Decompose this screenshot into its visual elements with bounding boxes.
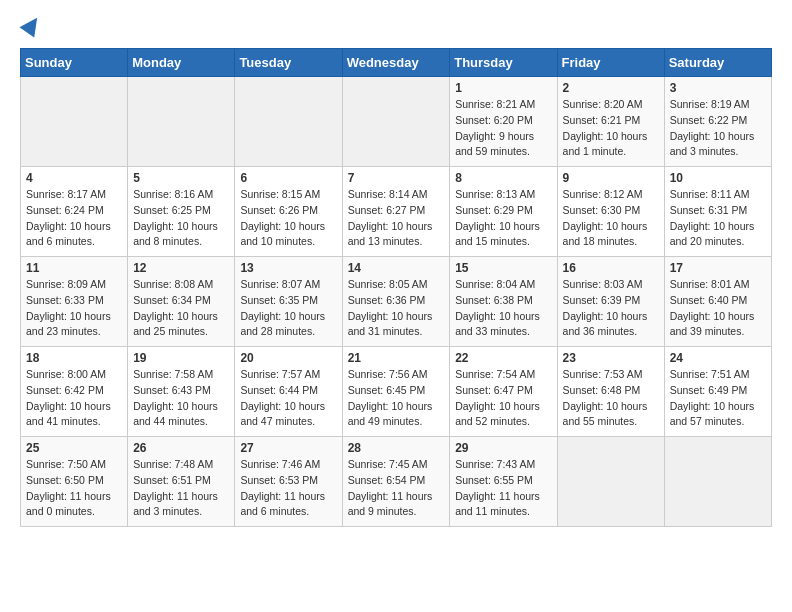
- day-number: 2: [563, 81, 659, 95]
- day-number: 18: [26, 351, 122, 365]
- day-info: Sunrise: 7:45 AM Sunset: 6:54 PM Dayligh…: [348, 457, 445, 520]
- day-info: Sunrise: 8:00 AM Sunset: 6:42 PM Dayligh…: [26, 367, 122, 430]
- calendar-cell: [557, 437, 664, 527]
- day-number: 23: [563, 351, 659, 365]
- calendar-cell: 3Sunrise: 8:19 AM Sunset: 6:22 PM Daylig…: [664, 77, 771, 167]
- day-info: Sunrise: 8:14 AM Sunset: 6:27 PM Dayligh…: [348, 187, 445, 250]
- calendar-cell: 18Sunrise: 8:00 AM Sunset: 6:42 PM Dayli…: [21, 347, 128, 437]
- day-info: Sunrise: 7:50 AM Sunset: 6:50 PM Dayligh…: [26, 457, 122, 520]
- logo-triangle-icon: [19, 12, 44, 37]
- day-info: Sunrise: 7:54 AM Sunset: 6:47 PM Dayligh…: [455, 367, 551, 430]
- calendar-cell: 19Sunrise: 7:58 AM Sunset: 6:43 PM Dayli…: [128, 347, 235, 437]
- calendar-table: SundayMondayTuesdayWednesdayThursdayFrid…: [20, 48, 772, 527]
- day-info: Sunrise: 8:09 AM Sunset: 6:33 PM Dayligh…: [26, 277, 122, 340]
- day-info: Sunrise: 8:20 AM Sunset: 6:21 PM Dayligh…: [563, 97, 659, 160]
- day-number: 15: [455, 261, 551, 275]
- day-info: Sunrise: 8:07 AM Sunset: 6:35 PM Dayligh…: [240, 277, 336, 340]
- calendar-week-row: 25Sunrise: 7:50 AM Sunset: 6:50 PM Dayli…: [21, 437, 772, 527]
- day-number: 11: [26, 261, 122, 275]
- day-number: 19: [133, 351, 229, 365]
- day-number: 22: [455, 351, 551, 365]
- calendar-cell: 25Sunrise: 7:50 AM Sunset: 6:50 PM Dayli…: [21, 437, 128, 527]
- weekday-header-wednesday: Wednesday: [342, 49, 450, 77]
- calendar-cell: 9Sunrise: 8:12 AM Sunset: 6:30 PM Daylig…: [557, 167, 664, 257]
- day-info: Sunrise: 8:15 AM Sunset: 6:26 PM Dayligh…: [240, 187, 336, 250]
- day-number: 13: [240, 261, 336, 275]
- day-info: Sunrise: 8:04 AM Sunset: 6:38 PM Dayligh…: [455, 277, 551, 340]
- calendar-cell: 26Sunrise: 7:48 AM Sunset: 6:51 PM Dayli…: [128, 437, 235, 527]
- day-info: Sunrise: 7:57 AM Sunset: 6:44 PM Dayligh…: [240, 367, 336, 430]
- calendar-cell: 21Sunrise: 7:56 AM Sunset: 6:45 PM Dayli…: [342, 347, 450, 437]
- calendar-cell: [21, 77, 128, 167]
- calendar-cell: 13Sunrise: 8:07 AM Sunset: 6:35 PM Dayli…: [235, 257, 342, 347]
- day-info: Sunrise: 7:48 AM Sunset: 6:51 PM Dayligh…: [133, 457, 229, 520]
- calendar-cell: 29Sunrise: 7:43 AM Sunset: 6:55 PM Dayli…: [450, 437, 557, 527]
- day-number: 16: [563, 261, 659, 275]
- day-number: 25: [26, 441, 122, 455]
- calendar-cell: 27Sunrise: 7:46 AM Sunset: 6:53 PM Dayli…: [235, 437, 342, 527]
- calendar-cell: 5Sunrise: 8:16 AM Sunset: 6:25 PM Daylig…: [128, 167, 235, 257]
- calendar-week-row: 1Sunrise: 8:21 AM Sunset: 6:20 PM Daylig…: [21, 77, 772, 167]
- calendar-cell: 12Sunrise: 8:08 AM Sunset: 6:34 PM Dayli…: [128, 257, 235, 347]
- day-number: 21: [348, 351, 445, 365]
- day-info: Sunrise: 8:11 AM Sunset: 6:31 PM Dayligh…: [670, 187, 766, 250]
- calendar-cell: 23Sunrise: 7:53 AM Sunset: 6:48 PM Dayli…: [557, 347, 664, 437]
- weekday-header-saturday: Saturday: [664, 49, 771, 77]
- day-info: Sunrise: 8:01 AM Sunset: 6:40 PM Dayligh…: [670, 277, 766, 340]
- day-number: 1: [455, 81, 551, 95]
- day-info: Sunrise: 8:19 AM Sunset: 6:22 PM Dayligh…: [670, 97, 766, 160]
- day-info: Sunrise: 7:56 AM Sunset: 6:45 PM Dayligh…: [348, 367, 445, 430]
- day-number: 20: [240, 351, 336, 365]
- page-header: [20, 20, 772, 38]
- day-number: 4: [26, 171, 122, 185]
- day-info: Sunrise: 7:58 AM Sunset: 6:43 PM Dayligh…: [133, 367, 229, 430]
- day-number: 5: [133, 171, 229, 185]
- day-number: 28: [348, 441, 445, 455]
- calendar-header-row: SundayMondayTuesdayWednesdayThursdayFrid…: [21, 49, 772, 77]
- calendar-cell: 24Sunrise: 7:51 AM Sunset: 6:49 PM Dayli…: [664, 347, 771, 437]
- day-number: 7: [348, 171, 445, 185]
- calendar-cell: [235, 77, 342, 167]
- calendar-cell: [342, 77, 450, 167]
- day-info: Sunrise: 7:53 AM Sunset: 6:48 PM Dayligh…: [563, 367, 659, 430]
- day-number: 8: [455, 171, 551, 185]
- day-number: 24: [670, 351, 766, 365]
- calendar-cell: 10Sunrise: 8:11 AM Sunset: 6:31 PM Dayli…: [664, 167, 771, 257]
- weekday-header-monday: Monday: [128, 49, 235, 77]
- weekday-header-sunday: Sunday: [21, 49, 128, 77]
- day-info: Sunrise: 7:46 AM Sunset: 6:53 PM Dayligh…: [240, 457, 336, 520]
- day-info: Sunrise: 8:16 AM Sunset: 6:25 PM Dayligh…: [133, 187, 229, 250]
- day-number: 3: [670, 81, 766, 95]
- day-number: 14: [348, 261, 445, 275]
- calendar-cell: 7Sunrise: 8:14 AM Sunset: 6:27 PM Daylig…: [342, 167, 450, 257]
- calendar-week-row: 11Sunrise: 8:09 AM Sunset: 6:33 PM Dayli…: [21, 257, 772, 347]
- day-info: Sunrise: 8:03 AM Sunset: 6:39 PM Dayligh…: [563, 277, 659, 340]
- calendar-cell: 6Sunrise: 8:15 AM Sunset: 6:26 PM Daylig…: [235, 167, 342, 257]
- day-info: Sunrise: 8:05 AM Sunset: 6:36 PM Dayligh…: [348, 277, 445, 340]
- day-info: Sunrise: 8:21 AM Sunset: 6:20 PM Dayligh…: [455, 97, 551, 160]
- calendar-cell: 2Sunrise: 8:20 AM Sunset: 6:21 PM Daylig…: [557, 77, 664, 167]
- logo: [20, 20, 41, 38]
- calendar-cell: 1Sunrise: 8:21 AM Sunset: 6:20 PM Daylig…: [450, 77, 557, 167]
- calendar-cell: 28Sunrise: 7:45 AM Sunset: 6:54 PM Dayli…: [342, 437, 450, 527]
- day-number: 6: [240, 171, 336, 185]
- calendar-week-row: 18Sunrise: 8:00 AM Sunset: 6:42 PM Dayli…: [21, 347, 772, 437]
- day-info: Sunrise: 8:13 AM Sunset: 6:29 PM Dayligh…: [455, 187, 551, 250]
- calendar-cell: 20Sunrise: 7:57 AM Sunset: 6:44 PM Dayli…: [235, 347, 342, 437]
- day-number: 27: [240, 441, 336, 455]
- day-number: 10: [670, 171, 766, 185]
- day-number: 12: [133, 261, 229, 275]
- day-info: Sunrise: 8:12 AM Sunset: 6:30 PM Dayligh…: [563, 187, 659, 250]
- day-number: 26: [133, 441, 229, 455]
- calendar-cell: 17Sunrise: 8:01 AM Sunset: 6:40 PM Dayli…: [664, 257, 771, 347]
- weekday-header-thursday: Thursday: [450, 49, 557, 77]
- calendar-cell: 16Sunrise: 8:03 AM Sunset: 6:39 PM Dayli…: [557, 257, 664, 347]
- calendar-cell: 8Sunrise: 8:13 AM Sunset: 6:29 PM Daylig…: [450, 167, 557, 257]
- calendar-week-row: 4Sunrise: 8:17 AM Sunset: 6:24 PM Daylig…: [21, 167, 772, 257]
- day-info: Sunrise: 7:43 AM Sunset: 6:55 PM Dayligh…: [455, 457, 551, 520]
- calendar-cell: 4Sunrise: 8:17 AM Sunset: 6:24 PM Daylig…: [21, 167, 128, 257]
- calendar-cell: 22Sunrise: 7:54 AM Sunset: 6:47 PM Dayli…: [450, 347, 557, 437]
- weekday-header-friday: Friday: [557, 49, 664, 77]
- day-number: 29: [455, 441, 551, 455]
- day-number: 17: [670, 261, 766, 275]
